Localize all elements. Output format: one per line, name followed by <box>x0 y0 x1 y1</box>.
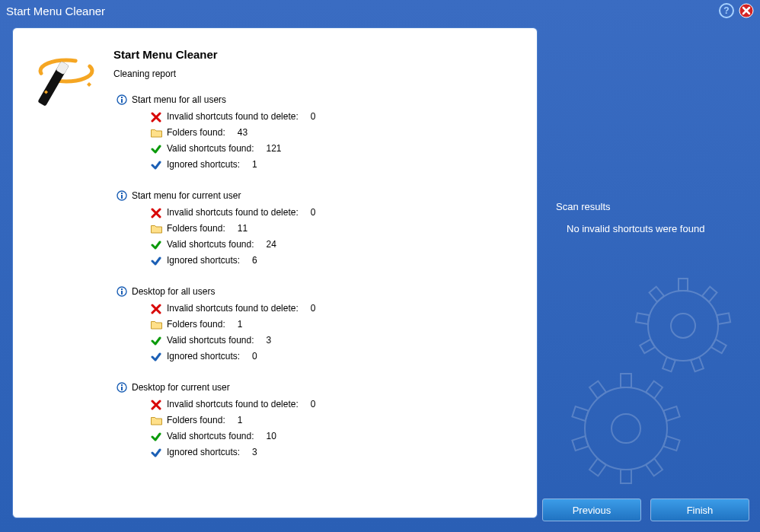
info-icon <box>117 382 127 393</box>
window-title: Start Menu Cleaner <box>6 5 105 18</box>
wizard-wand-icon <box>32 48 101 119</box>
report-item: Folders found:11 <box>150 221 520 236</box>
previous-button[interactable]: Previous <box>542 499 641 521</box>
report-item-value: 10 <box>267 429 276 444</box>
report-panel: Start Menu Cleaner Cleaning report Start… <box>12 27 538 518</box>
report-item: Valid shortcuts found:3 <box>150 333 520 348</box>
svg-rect-8 <box>121 97 123 98</box>
report-item: Ignored shortcuts:0 <box>150 349 520 364</box>
svg-text:?: ? <box>723 5 729 16</box>
svg-point-21 <box>585 387 667 470</box>
info-icon <box>117 286 127 297</box>
report-item-label: Ignored shortcuts: <box>167 349 240 364</box>
help-icon[interactable]: ? <box>719 3 734 18</box>
page-subtitle: Cleaning report <box>113 68 520 79</box>
report-item: Valid shortcuts found:10 <box>150 429 520 444</box>
svg-rect-16 <box>121 387 123 390</box>
report-item-label: Folders found: <box>167 221 225 236</box>
report-item-value: 0 <box>311 205 316 220</box>
report-item-label: Valid shortcuts found: <box>167 333 254 348</box>
check-blue-icon <box>150 447 162 459</box>
report-item-value: 6 <box>252 253 257 268</box>
section-title-text: Start menu for current user <box>132 190 241 201</box>
report-section: Start menu for current userInvalid short… <box>113 190 520 268</box>
section-title-text: Desktop for all users <box>132 286 215 297</box>
svg-rect-20 <box>679 279 688 291</box>
report-item-label: Ignored shortcuts: <box>167 445 240 460</box>
report-item-label: Ignored shortcuts: <box>167 253 240 268</box>
report-item: Folders found:1 <box>150 413 520 428</box>
svg-rect-23 <box>621 374 631 387</box>
report-item-label: Folders found: <box>167 317 225 332</box>
report-item-label: Folders found: <box>167 413 225 428</box>
check-green-icon <box>150 335 162 347</box>
report-item-value: 121 <box>267 142 282 156</box>
info-icon <box>117 190 127 201</box>
section-title: Desktop for all users <box>117 286 520 297</box>
x-icon <box>150 399 162 411</box>
report-item-value: 1 <box>238 413 243 428</box>
report-item-label: Valid shortcuts found: <box>167 142 254 156</box>
section-title: Start menu for current user <box>117 190 520 201</box>
report-item-value: 0 <box>311 110 316 124</box>
svg-rect-14 <box>121 288 123 290</box>
report-item-value: 0 <box>252 349 257 364</box>
report-item: Ignored shortcuts:3 <box>150 445 520 460</box>
report-item: Valid shortcuts found:121 <box>150 142 520 156</box>
report-item-label: Folders found: <box>167 126 225 140</box>
svg-rect-13 <box>121 291 123 295</box>
svg-rect-17 <box>121 384 123 386</box>
svg-point-3 <box>40 60 92 81</box>
folder-icon <box>150 127 162 139</box>
section-title-text: Start menu for all users <box>132 94 226 105</box>
scan-results: Scan results No invalid shortcuts were f… <box>553 201 752 234</box>
svg-point-18 <box>648 291 718 361</box>
check-blue-icon <box>150 159 162 171</box>
report-item: Invalid shortcuts found to delete:0 <box>150 110 520 124</box>
x-icon <box>150 207 162 219</box>
finish-button[interactable]: Finish <box>650 499 749 521</box>
check-green-icon <box>150 239 162 251</box>
check-blue-icon <box>150 351 162 363</box>
report-section: Desktop for all usersInvalid shortcuts f… <box>113 286 520 364</box>
info-icon <box>117 94 127 105</box>
report-item-value: 3 <box>252 445 257 460</box>
report-item-value: 43 <box>238 126 247 140</box>
close-icon[interactable] <box>739 3 754 18</box>
report-item: Folders found:1 <box>150 317 520 332</box>
report-item-value: 0 <box>311 397 316 412</box>
scan-results-text: No invalid shortcuts were found <box>556 223 752 234</box>
section-title: Desktop for current user <box>117 382 520 393</box>
report-item-value: 3 <box>267 333 272 348</box>
svg-rect-10 <box>121 195 123 199</box>
scan-results-title: Scan results <box>556 201 752 212</box>
svg-rect-11 <box>121 193 123 194</box>
report-item-value: 24 <box>267 237 276 252</box>
svg-point-19 <box>671 314 695 338</box>
report-item-label: Valid shortcuts found: <box>167 429 254 444</box>
report-item-label: Invalid shortcuts found to delete: <box>167 110 299 124</box>
svg-rect-7 <box>121 99 123 103</box>
folder-icon <box>150 223 162 235</box>
folder-icon <box>150 415 162 427</box>
report-item: Invalid shortcuts found to delete:0 <box>150 301 520 316</box>
report-item-label: Valid shortcuts found: <box>167 237 254 252</box>
report-item-label: Ignored shortcuts: <box>167 158 240 172</box>
report-item-label: Invalid shortcuts found to delete: <box>167 205 299 220</box>
report-item-label: Invalid shortcuts found to delete: <box>167 397 299 412</box>
check-green-icon <box>150 431 162 443</box>
report-item-value: 1 <box>252 158 257 172</box>
x-icon <box>150 111 162 123</box>
page-title: Start Menu Cleaner <box>113 48 520 61</box>
report-item-value: 0 <box>311 301 316 316</box>
report-item: Ignored shortcuts:1 <box>150 158 520 172</box>
report-item: Valid shortcuts found:24 <box>150 237 520 252</box>
report-item: Invalid shortcuts found to delete:0 <box>150 205 520 220</box>
report-section: Desktop for current userInvalid shortcut… <box>113 382 520 460</box>
check-green-icon <box>150 143 162 155</box>
report-item: Invalid shortcuts found to delete:0 <box>150 397 520 412</box>
report-item: Folders found:43 <box>150 126 520 140</box>
report-item-value: 1 <box>238 317 243 332</box>
section-title: Start menu for all users <box>117 94 520 105</box>
gears-decoration-icon <box>550 276 755 489</box>
